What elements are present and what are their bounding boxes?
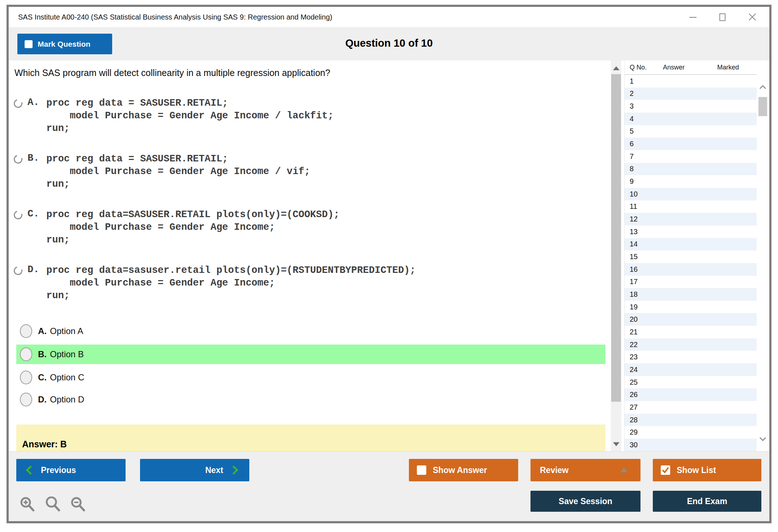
code-option-code: proc reg data=sasuser.retail plots(only)…: [46, 264, 416, 302]
question-list-row[interactable]: 5: [625, 125, 757, 138]
next-label: Next: [205, 465, 223, 475]
window-title: SAS Institute A00-240 (SAS Statistical B…: [18, 7, 332, 27]
triangle-up-icon: [620, 468, 627, 472]
save-session-label: Save Session: [559, 497, 612, 506]
main-scrollbar[interactable]: [611, 60, 621, 451]
row-qno: 5: [625, 127, 663, 135]
question-list-row[interactable]: 15: [625, 250, 757, 263]
main-scrollbar-thumb[interactable]: [611, 74, 621, 402]
end-exam-button[interactable]: End Exam: [653, 491, 761, 512]
code-option-block: C. proc reg data=SASUSER.RETAIL plots(on…: [14, 208, 339, 246]
show-list-button[interactable]: Show List: [653, 459, 761, 481]
row-qno: 21: [625, 328, 663, 336]
question-list-row[interactable]: 12: [625, 213, 757, 225]
previous-button[interactable]: Previous: [16, 459, 126, 481]
question-list-row[interactable]: 23: [625, 351, 757, 363]
question-list-row[interactable]: 18: [625, 288, 757, 301]
code-option-letter: A.: [22, 97, 46, 108]
code-option-block: B. proc reg data = SASUSER.RETAIL; model…: [14, 153, 310, 191]
row-qno: 11: [625, 202, 663, 211]
save-session-button[interactable]: Save Session: [530, 491, 640, 512]
chevron-left-icon: [26, 465, 32, 475]
magnifier-icon[interactable]: [45, 497, 61, 512]
question-list-row[interactable]: 6: [625, 138, 757, 150]
question-list-row[interactable]: 27: [625, 401, 757, 414]
question-list-row[interactable]: 10: [625, 188, 757, 200]
row-qno: 29: [625, 428, 663, 436]
answer-option-label: Option B: [50, 349, 84, 359]
answer-option-row[interactable]: D. Option D: [16, 390, 605, 409]
question-list-row[interactable]: 28: [625, 414, 757, 426]
question-list-row[interactable]: 9: [625, 175, 757, 188]
row-qno: 6: [625, 140, 663, 148]
question-list-row[interactable]: 21: [625, 326, 757, 338]
row-qno: 14: [625, 240, 663, 248]
list-scroll-up-icon[interactable]: [759, 84, 767, 92]
review-button[interactable]: Review: [530, 459, 640, 481]
row-qno: 2: [625, 89, 663, 98]
zoom-in-icon[interactable]: [20, 497, 35, 512]
question-list-row[interactable]: 3: [625, 100, 757, 113]
question-list-row[interactable]: 22: [625, 338, 757, 351]
chevron-right-icon: [232, 465, 238, 475]
next-button[interactable]: Next: [140, 459, 249, 481]
row-qno: 8: [625, 165, 663, 173]
question-list-row[interactable]: 13: [625, 225, 757, 238]
answer-option-letter: B.: [38, 349, 47, 359]
question-list-row[interactable]: 7: [625, 150, 757, 163]
show-answer-checkbox[interactable]: [417, 465, 426, 475]
question-list-row[interactable]: 19: [625, 301, 757, 313]
list-scroll-down-icon[interactable]: [759, 436, 767, 443]
answer-option-row[interactable]: A. Option A: [16, 321, 605, 341]
question-counter: Question 10 of 10: [9, 37, 769, 49]
code-option-block: D. proc reg data=sasuser.retail plots(on…: [14, 264, 416, 302]
show-answer-button[interactable]: Show Answer: [409, 459, 518, 481]
question-list-row[interactable]: 2: [625, 88, 757, 100]
row-qno: 26: [625, 390, 663, 399]
review-label: Review: [540, 465, 568, 475]
question-list-row[interactable]: 16: [625, 263, 757, 276]
radio-button[interactable]: [20, 393, 32, 406]
question-list-row[interactable]: 25: [625, 376, 757, 389]
question-list-row[interactable]: 1: [625, 75, 757, 88]
row-qno: 24: [625, 366, 663, 374]
scroll-down-icon[interactable]: [613, 442, 620, 446]
answer-option-label: Option D: [50, 394, 84, 405]
question-list-row[interactable]: 30: [625, 439, 757, 451]
code-option-letter: C.: [22, 208, 46, 219]
radio-button[interactable]: [20, 347, 32, 361]
answer-option-row[interactable]: B. Option B: [16, 345, 605, 364]
question-list-row[interactable]: 24: [625, 363, 757, 376]
code-option-code: proc reg data=SASUSER.RETAIL plots(only)…: [46, 208, 339, 246]
minimize-icon[interactable]: [688, 12, 698, 22]
radio-button[interactable]: [20, 371, 32, 384]
question-list-row[interactable]: 17: [625, 276, 757, 288]
row-qno: 18: [625, 290, 663, 299]
list-scrollbar[interactable]: [758, 75, 768, 451]
radio-button[interactable]: [20, 324, 32, 338]
question-list-row[interactable]: 14: [625, 238, 757, 251]
bottom-toolbar: Previous Next Show Answer Review Show Li…: [9, 451, 769, 521]
question-list-row[interactable]: 8: [625, 163, 757, 176]
answer-option-label: Option A: [50, 326, 83, 336]
zoom-out-icon[interactable]: [70, 497, 86, 512]
question-list-row[interactable]: 29: [625, 426, 757, 439]
question-list-row[interactable]: 11: [625, 200, 757, 213]
row-qno: 16: [625, 265, 663, 274]
question-list-row[interactable]: 26: [625, 388, 757, 401]
row-qno: 13: [625, 228, 663, 236]
question-panel: Which SAS program will detect collineari…: [9, 60, 611, 451]
question-list-row[interactable]: 4: [625, 113, 757, 125]
maximize-icon[interactable]: [718, 12, 727, 22]
list-scrollbar-thumb[interactable]: [758, 97, 767, 116]
show-list-checkbox[interactable]: [661, 465, 670, 475]
scroll-up-icon[interactable]: [613, 66, 620, 70]
answer-option-row[interactable]: C. Option C: [16, 368, 605, 387]
question-list-row[interactable]: 20: [625, 313, 757, 326]
close-icon[interactable]: [748, 12, 757, 22]
checkmark-icon: [661, 466, 670, 474]
answer-box: Answer: B: [16, 425, 605, 451]
code-option-letter: B.: [22, 153, 46, 164]
row-qno: 20: [625, 315, 663, 324]
question-list-rows: 1 2 3 4 5 6: [625, 75, 757, 451]
